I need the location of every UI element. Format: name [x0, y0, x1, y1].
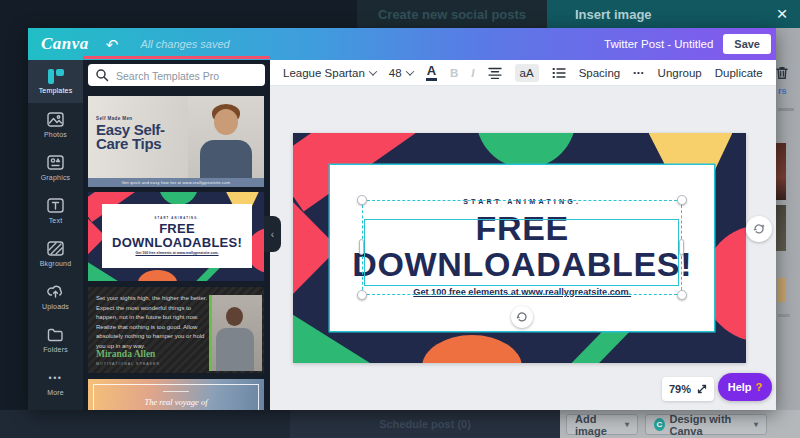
- design-with-canva-label: Design with Canva: [670, 413, 749, 437]
- text-case-button[interactable]: aA: [515, 64, 539, 82]
- font-family-value: League Spartan: [283, 67, 365, 79]
- sidebar-item-label: More: [47, 389, 64, 396]
- caret-down-icon: ▾: [625, 420, 629, 429]
- text-align-button[interactable]: [488, 67, 502, 79]
- document-title[interactable]: Twitter Post - Untitled: [604, 38, 713, 50]
- sidebar-item-graphics[interactable]: Graphics: [28, 146, 83, 189]
- rotate-handle[interactable]: [511, 306, 533, 328]
- text-color-button[interactable]: A: [426, 64, 437, 81]
- selection-handle-bottom-right[interactable]: [677, 290, 687, 300]
- sidebar-item-background[interactable]: Bkground: [28, 232, 83, 275]
- sidebar-item-label: Text: [49, 217, 63, 224]
- zoom-level-value: 79%: [669, 383, 691, 395]
- sidebar-item-label: Templates: [39, 87, 73, 94]
- trash-icon: [776, 66, 788, 80]
- photo-figure: [200, 140, 252, 178]
- spacing-button[interactable]: Spacing: [579, 67, 621, 79]
- design-with-canva-button[interactable]: C Design with Canva ▾: [645, 414, 767, 435]
- font-family-select[interactable]: League Spartan: [283, 67, 376, 79]
- app-root: Create new social posts Insert image × r…: [0, 0, 800, 438]
- design-page[interactable]: START ANIMATING. FREE DOWNLOADABLES! Get…: [293, 133, 746, 363]
- help-button[interactable]: Help ?: [718, 373, 772, 401]
- background-thumbnail: [778, 278, 786, 302]
- selection-handle-left[interactable]: [359, 239, 364, 255]
- save-button[interactable]: Save: [723, 34, 771, 54]
- tab-insert-image[interactable]: Insert image: [547, 0, 800, 28]
- ungroup-button[interactable]: Ungroup: [658, 67, 702, 79]
- selection-handle-top-right[interactable]: [677, 195, 687, 205]
- photo-figure: [214, 109, 238, 135]
- rotate-icon: [516, 311, 528, 323]
- canvas-workspace: START ANIMATING. FREE DOWNLOADABLES! Get…: [270, 86, 776, 410]
- templates-icon: [48, 69, 64, 84]
- shape-orange-ellipse: [138, 270, 177, 281]
- background-bottom-strip-right: Add image ▾ C Design with Canva ▾: [560, 410, 800, 438]
- zoom-level-button[interactable]: 79%: [662, 377, 714, 401]
- panel-collapse-button[interactable]: ‹: [264, 216, 281, 252]
- template1-photo: [188, 96, 264, 178]
- sidebar-item-label: Graphics: [41, 174, 71, 181]
- template3-role: MOTIVATIONAL SPEAKER: [96, 362, 160, 366]
- text-format-toolbar: League Spartan 48 A B I aA Spacing ••• U…: [270, 60, 776, 86]
- sidebar-item-templates[interactable]: Templates: [28, 60, 83, 103]
- save-status-text: All changes saved: [140, 38, 229, 50]
- template-card-miranda-allen[interactable]: Set your sights high, the higher the bet…: [88, 287, 264, 373]
- shape-green-parallelogram: [196, 268, 220, 281]
- list-button[interactable]: [552, 67, 566, 79]
- sidebar-item-uploads[interactable]: Uploads: [28, 275, 83, 318]
- photo-figure: [216, 328, 254, 371]
- more-options-button[interactable]: •••: [633, 68, 644, 77]
- help-label: Help: [728, 381, 752, 393]
- selection-handle-top-left[interactable]: [357, 195, 367, 205]
- list-icon: [552, 67, 566, 79]
- sidebar-item-text[interactable]: Text: [28, 189, 83, 232]
- poster-kicker: START ANIMATING.: [154, 217, 199, 220]
- template4-kicker-line: [163, 391, 189, 392]
- editor-sidebar: Templates Photos Graphics Text Bkground …: [28, 60, 83, 410]
- background-text-line: [778, 314, 790, 317]
- sidebar-item-photos[interactable]: Photos: [28, 103, 83, 146]
- bold-button[interactable]: B: [450, 67, 458, 79]
- template1-title: Easy Self-Care Tips: [96, 123, 178, 152]
- tab-create-label: Create new social posts: [378, 7, 526, 22]
- font-size-select[interactable]: 48: [389, 67, 413, 79]
- question-mark-icon: ?: [756, 381, 763, 393]
- background-bottom-strip-left: [0, 410, 290, 438]
- selection-handle-bottom-left[interactable]: [357, 290, 367, 300]
- canva-logo-icon: C: [654, 418, 665, 431]
- shape-green-parallelogram[interactable]: [572, 329, 633, 364]
- italic-button[interactable]: I: [471, 67, 474, 79]
- sidebar-item-folders[interactable]: Folders: [28, 318, 83, 361]
- tab-insert-label: Insert image: [575, 7, 652, 22]
- template3-photo: [209, 295, 262, 371]
- template3-quote: Set your sights high, the higher the bet…: [96, 294, 214, 352]
- background-thumbnail: [776, 143, 786, 200]
- shape-green-circle: [159, 192, 198, 205]
- chevron-down-icon: [405, 67, 413, 75]
- chevron-left-icon: ‹: [271, 229, 274, 240]
- poster-headline: FREE DOWNLOADABLES!: [108, 222, 245, 249]
- template-card-real-voyage[interactable]: The real voyage of: [88, 379, 264, 410]
- template-card-easy-self-care[interactable]: Self Made Men Easy Self-Care Tips Get qu…: [88, 96, 264, 187]
- undo-icon[interactable]: ↶: [106, 37, 119, 52]
- delete-button[interactable]: [776, 66, 788, 80]
- template3-name: Miranda Allen: [96, 349, 155, 359]
- template-card-free-downloadables[interactable]: START ANIMATING. FREE DOWNLOADABLES! Get…: [88, 192, 264, 281]
- selection-handle-right[interactable]: [679, 239, 684, 255]
- background-thumbnail: [776, 205, 786, 251]
- background-bottom-strip-mid: Schedule post (0): [290, 410, 560, 438]
- close-icon[interactable]: ×: [770, 3, 794, 27]
- comment-refresh-icon: [752, 222, 766, 236]
- shape-green-circle[interactable]: [476, 133, 576, 168]
- page-comment-button[interactable]: [746, 216, 772, 242]
- schedule-post-label: Schedule post (0): [379, 418, 471, 430]
- duplicate-button[interactable]: Duplicate: [715, 67, 763, 79]
- font-size-value: 48: [389, 67, 402, 79]
- shape-orange-ellipse[interactable]: [422, 335, 522, 363]
- tab-create-new-social-posts[interactable]: Create new social posts: [357, 0, 547, 28]
- search-input[interactable]: [114, 64, 263, 88]
- sidebar-item-more[interactable]: ••• More: [28, 361, 83, 404]
- add-image-button[interactable]: Add image ▾: [566, 414, 638, 435]
- chevron-down-icon: [369, 67, 377, 75]
- fullscreen-icon: [697, 384, 707, 394]
